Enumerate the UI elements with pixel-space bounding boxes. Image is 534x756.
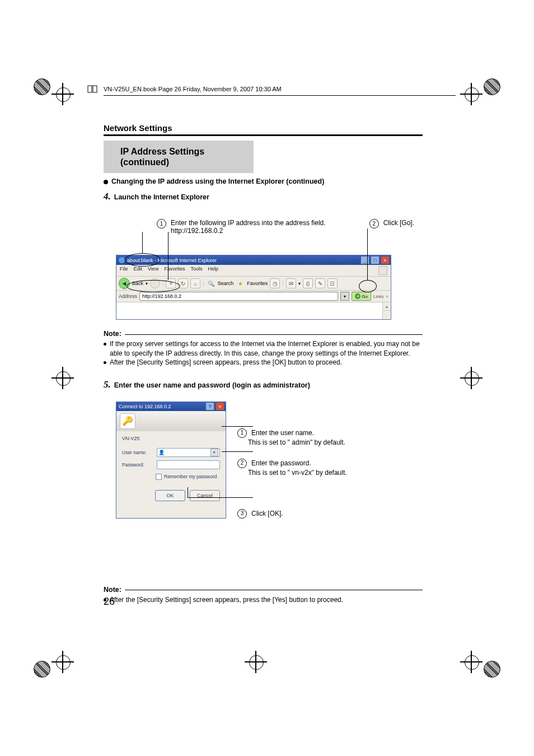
menu-file[interactable]: File — [120, 266, 128, 275]
step-4: 4. Launch the Internet Explorer — [104, 191, 423, 202]
back-button[interactable]: ◄ — [119, 278, 130, 289]
ie-viewport: ▴ — [116, 302, 391, 319]
ie-window: about:blank - Microsoft Internet Explore… — [116, 255, 391, 320]
favorites-icon[interactable]: ★ — [236, 279, 245, 288]
annot2-line1: Enter the password. — [251, 459, 311, 468]
ok-button[interactable]: OK — [155, 490, 185, 501]
step-text: Enter the user name and password (login … — [114, 381, 310, 389]
minimize-button[interactable]: _ — [360, 256, 369, 264]
callout-1-line2: http://192.168.0.2 — [171, 227, 326, 235]
edit-icon[interactable]: ✎ — [315, 278, 325, 288]
help-button[interactable]: ? — [205, 402, 214, 410]
note-label: Note: — [104, 330, 121, 338]
discuss-icon[interactable]: ☷ — [327, 278, 338, 288]
refresh-icon[interactable]: ↻ — [178, 278, 188, 288]
bullet-icon — [104, 343, 106, 346]
step-text: Launch the Internet Explorer — [114, 193, 209, 201]
circled-2-icon: 2 — [237, 459, 247, 468]
print-corner-ball — [34, 661, 50, 678]
links-label: Links — [373, 294, 384, 299]
scrollbar[interactable]: ▴ — [382, 302, 391, 319]
back-label: Back — [132, 281, 143, 286]
registration-mark-icon — [460, 83, 483, 105]
note-block-1: Note: If the proxy server settings for a… — [104, 330, 423, 367]
username-input[interactable]: 👤 ▾ — [157, 448, 220, 457]
topic-text: Changing the IP address using the Intern… — [111, 178, 324, 185]
note-label: Note: — [104, 586, 121, 594]
svg-rect-1 — [93, 86, 97, 92]
login-title-text: Connect to 192.168.0.2 — [119, 404, 171, 409]
menu-help[interactable]: Help — [208, 266, 218, 275]
callout-2-text: Click [Go]. — [383, 219, 414, 235]
note-block-2: Note: After the [Security Settings] scre… — [104, 586, 423, 604]
lock-keys-icon: 🔑 — [120, 413, 135, 429]
print-corner-ball — [484, 661, 500, 678]
print-icon[interactable]: ⎙ — [303, 278, 313, 288]
note1-item2: After the [Security Settings] screen app… — [110, 358, 342, 367]
circled-1-icon: 1 — [157, 219, 166, 228]
home-icon[interactable]: ⌂ — [190, 278, 200, 288]
close-button[interactable]: × — [381, 256, 390, 264]
login-dialog: Connect to 192.168.0.2 ? × 🔑 VN-V25 User… — [116, 402, 226, 519]
ie-titlebar: about:blank - Microsoft Internet Explore… — [116, 255, 391, 265]
step-number: 4. — [104, 191, 111, 202]
registration-mark-icon — [51, 367, 74, 389]
subsection-heading: IP Address Settings (continued) — [104, 141, 254, 173]
section-rule — [104, 134, 423, 136]
step-5: 5. Enter the user name and password (log… — [104, 379, 423, 390]
mail-icon[interactable]: ✉ — [286, 278, 296, 288]
login-titlebar: Connect to 192.168.0.2 ? × — [116, 402, 226, 411]
note-rule — [125, 334, 423, 335]
menu-view[interactable]: View — [148, 266, 158, 275]
registration-mark-icon — [460, 367, 483, 389]
note1-item1: If the proxy server settings for access … — [110, 339, 423, 357]
callout-1-line1: Enter the following IP address into the … — [171, 219, 326, 227]
menu-edit[interactable]: Edit — [134, 266, 143, 275]
user-icon: 👤 — [158, 450, 165, 455]
note-rule — [125, 590, 423, 590]
cancel-label: Cancel — [197, 493, 213, 498]
login-server-name: VN-V25 — [122, 436, 220, 441]
topic-bullet: Changing the IP address using the Intern… — [104, 178, 423, 185]
history-icon[interactable]: ◷ — [270, 278, 280, 288]
menu-tools[interactable]: Tools — [190, 266, 202, 275]
registration-mark-icon — [51, 651, 74, 673]
search-label: Search — [218, 281, 234, 286]
password-input[interactable] — [157, 460, 220, 469]
address-dropdown-icon[interactable]: ▾ — [340, 292, 349, 301]
book-icon — [87, 83, 98, 95]
go-button[interactable]: ➜Go — [352, 292, 371, 301]
dropdown-icon[interactable]: ▾ — [210, 449, 218, 456]
login-header: 🔑 — [116, 411, 226, 431]
bullet-icon — [104, 180, 108, 184]
ie-logo-icon — [119, 257, 125, 263]
remember-checkbox[interactable]: Remember my password — [156, 474, 220, 480]
running-header: VN-V25U_EN.book Page 26 Friday, November… — [104, 95, 456, 102]
subsection-line1: IP Address Settings — [120, 146, 247, 157]
remember-label: Remember my password — [164, 474, 217, 479]
ok-label: OK — [166, 493, 174, 498]
checkbox-icon — [156, 474, 162, 480]
print-corner-ball — [484, 78, 500, 95]
menu-favorites[interactable]: Favorites — [164, 266, 185, 275]
circled-1-icon: 1 — [237, 428, 247, 438]
cancel-button[interactable]: Cancel — [190, 490, 220, 501]
ie-title: about:blank - Microsoft Internet Explore… — [127, 258, 217, 263]
annot2-line2: This is set to " vn-v2x" by default. — [248, 468, 347, 478]
search-icon[interactable]: 🔍 — [207, 279, 216, 288]
circled-3-icon: 3 — [237, 509, 247, 519]
step-number: 5. — [104, 379, 111, 390]
bullet-icon — [104, 361, 106, 364]
password-label: Password: — [122, 462, 153, 468]
page-number: 26 — [104, 596, 115, 608]
address-input[interactable]: http://192.168.0.2 — [139, 292, 338, 301]
forward-button[interactable] — [150, 278, 160, 288]
note2-item1: After the [Security Settings] screen app… — [110, 595, 343, 604]
maximize-button[interactable]: □ — [371, 256, 380, 264]
close-button[interactable]: × — [216, 402, 224, 410]
annot1-line2: This is set to " admin" by default. — [248, 438, 347, 447]
ie-throbber-icon — [378, 266, 387, 275]
subsection-line2: (continued) — [120, 157, 247, 167]
username-label: User name: — [122, 450, 153, 455]
stop-icon[interactable]: × — [166, 278, 176, 288]
